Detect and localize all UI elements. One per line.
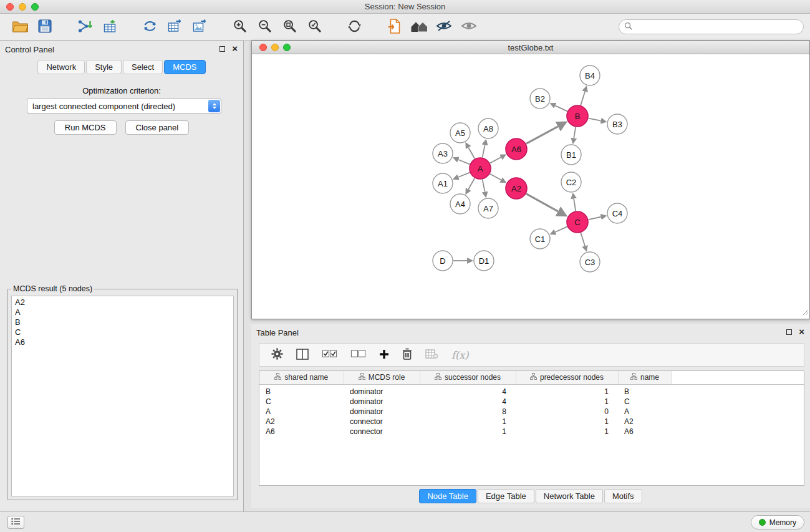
- edge-A-A3[interactable]: [458, 160, 470, 164]
- node-B4[interactable]: B4: [580, 65, 600, 85]
- cell-name[interactable]: A2: [618, 417, 672, 427]
- zoom-out-button[interactable]: [253, 16, 276, 38]
- close-panel-icon[interactable]: ×: [232, 46, 238, 52]
- create-column-button[interactable]: [379, 349, 389, 361]
- zoom-in-button[interactable]: [228, 16, 251, 38]
- cell-name[interactable]: B: [618, 384, 672, 397]
- node-A2[interactable]: A2: [506, 178, 527, 199]
- node-C[interactable]: C: [567, 211, 588, 233]
- function-builder-button[interactable]: f(x): [451, 349, 468, 361]
- hide-graphics-details-button[interactable]: [433, 16, 455, 38]
- search-field[interactable]: [619, 19, 804, 34]
- node-C3[interactable]: C3: [580, 252, 600, 272]
- cell-predecessor-nodes[interactable]: 1: [516, 417, 618, 427]
- column-header-predecessor-nodes[interactable]: predecessor nodes: [516, 371, 618, 384]
- edge-C-C1[interactable]: [556, 226, 567, 232]
- zoom-selected-button[interactable]: [303, 16, 325, 38]
- cell-name[interactable]: A: [618, 407, 672, 417]
- node-A3[interactable]: A3: [433, 143, 453, 163]
- tab-motifs[interactable]: Motifs: [604, 489, 642, 503]
- tab-style[interactable]: Style: [86, 60, 122, 74]
- node-B1[interactable]: B1: [561, 145, 581, 165]
- cell-predecessor-nodes[interactable]: 0: [516, 407, 618, 417]
- close-panel-button[interactable]: Close panel: [125, 120, 190, 135]
- cell-shared-name[interactable]: A6: [259, 427, 344, 437]
- mcds-result-item[interactable]: A: [15, 307, 230, 317]
- cell-successor-nodes[interactable]: 8: [420, 407, 516, 417]
- network-from-table-button[interactable]: [163, 16, 186, 38]
- mcds-result-item[interactable]: B: [15, 317, 230, 327]
- search-input[interactable]: [635, 22, 798, 32]
- export-image-button[interactable]: [188, 16, 211, 38]
- edge-A-A4[interactable]: [468, 178, 475, 190]
- edge-A-A2[interactable]: [490, 174, 501, 180]
- node-A8[interactable]: A8: [478, 118, 498, 138]
- column-header-successor-nodes[interactable]: successor nodes: [420, 371, 516, 384]
- criterion-dropdown[interactable]: largest connected component (directed): [27, 99, 221, 114]
- show-graphics-details-button[interactable]: [458, 16, 480, 38]
- edge-B-B3[interactable]: [589, 118, 601, 121]
- tab-network-table[interactable]: Network Table: [536, 489, 603, 503]
- resize-grip-icon[interactable]: [802, 307, 809, 318]
- edge-B-B1[interactable]: [574, 127, 576, 138]
- node-B2[interactable]: B2: [530, 89, 550, 109]
- memory-button[interactable]: Memory: [751, 515, 804, 530]
- edge-B-B2[interactable]: [555, 105, 567, 111]
- mcds-result-item[interactable]: A2: [15, 297, 230, 307]
- delete-table-button[interactable]: [425, 349, 438, 361]
- delete-column-button[interactable]: [402, 348, 412, 362]
- cell-shared-name[interactable]: A2: [259, 417, 344, 427]
- zoom-fit-button[interactable]: [278, 16, 301, 38]
- node-C1[interactable]: C1: [530, 229, 550, 249]
- close-table-panel-icon[interactable]: ×: [799, 329, 804, 335]
- edge-A-A5[interactable]: [468, 147, 475, 158]
- node-B[interactable]: B: [567, 105, 588, 127]
- node-C4[interactable]: C4: [607, 203, 627, 223]
- edge-C-C3[interactable]: [581, 233, 585, 246]
- edge-A2-C[interactable]: [526, 194, 558, 211]
- edge-A-A7[interactable]: [483, 180, 485, 192]
- refresh-view-button[interactable]: [343, 16, 365, 38]
- cell-predecessor-nodes[interactable]: 1: [516, 427, 618, 437]
- node-C2[interactable]: C2: [561, 172, 581, 192]
- cell-mcds-role[interactable]: dominator: [344, 397, 420, 407]
- edge-A-A8[interactable]: [483, 145, 485, 157]
- cell-predecessor-nodes[interactable]: 1: [516, 397, 618, 407]
- node-A6[interactable]: A6: [506, 138, 527, 160]
- edge-A-A1[interactable]: [458, 173, 470, 177]
- cell-successor-nodes[interactable]: 4: [420, 397, 516, 407]
- tab-edge-table[interactable]: Edge Table: [478, 489, 534, 503]
- tab-mcds[interactable]: MCDS: [164, 60, 205, 74]
- show-columns-button[interactable]: [296, 349, 309, 362]
- mcds-result-item[interactable]: C: [15, 327, 230, 337]
- edge-C-C2[interactable]: [574, 199, 576, 211]
- cell-successor-nodes[interactable]: 1: [420, 417, 516, 427]
- cell-mcds-role[interactable]: dominator: [344, 407, 420, 417]
- network-canvas[interactable]: B4B2BB3A8A5A6B1A3AC2A1A2A4A7C4CC1C3DD1: [252, 54, 809, 319]
- cell-shared-name[interactable]: B: [259, 384, 344, 397]
- node-A1[interactable]: A1: [433, 173, 453, 193]
- cell-mcds-role[interactable]: connector: [344, 427, 420, 437]
- mcds-result-list[interactable]: A2ABCA6: [11, 296, 234, 496]
- edge-C-C4[interactable]: [589, 217, 601, 220]
- table-row[interactable]: A2connector11A2: [259, 417, 804, 427]
- task-history-button[interactable]: [7, 516, 24, 529]
- node-A[interactable]: A: [470, 158, 491, 179]
- cell-successor-nodes[interactable]: 4: [420, 384, 516, 397]
- tab-node-table[interactable]: Node Table: [419, 489, 476, 503]
- column-header-name[interactable]: name: [618, 371, 672, 384]
- node-D[interactable]: D: [433, 251, 453, 271]
- node-A4[interactable]: A4: [450, 194, 470, 214]
- deselect-all-columns-button[interactable]: [350, 350, 366, 360]
- cell-shared-name[interactable]: A: [259, 407, 344, 417]
- select-all-columns-button[interactable]: [322, 350, 337, 360]
- apply-layout-button[interactable]: [138, 16, 161, 38]
- cell-predecessor-nodes[interactable]: 1: [516, 384, 618, 397]
- open-session-button[interactable]: [9, 16, 31, 38]
- home-button[interactable]: [408, 16, 430, 38]
- network-window-titlebar[interactable]: testGlobe.txt: [252, 41, 809, 54]
- cell-shared-name[interactable]: C: [259, 397, 344, 407]
- export-document-button[interactable]: [383, 16, 405, 38]
- table-row[interactable]: Adominator80A: [259, 407, 804, 417]
- float-panel-button[interactable]: [219, 46, 225, 52]
